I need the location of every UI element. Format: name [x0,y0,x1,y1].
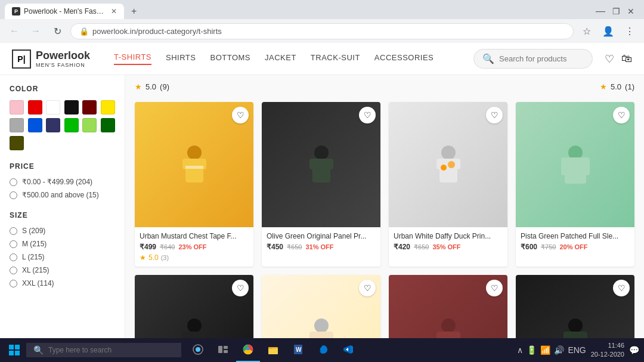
product-card-5[interactable]: ♡ Printed Casual Graphic Tee ₹350 ₹550 3… [262,275,380,338]
cart-button[interactable]: 🛍 [621,52,632,65]
wishlist-button-5[interactable]: ♡ [359,280,376,296]
price-option-1[interactable]: ₹500.00 and above (15) [10,191,115,199]
product-card-2[interactable]: ♡ Urban White Daffy Duck Prin... ₹420 ₹6… [389,102,507,267]
restore-button[interactable]: ❐ [612,7,620,16]
nav-jacket[interactable]: JACKET [265,53,296,64]
wishlist-button-6[interactable]: ♡ [486,280,503,296]
nav-accessories[interactable]: ACCESSORIES [374,53,434,64]
svg-text:W: W [296,346,302,353]
wishlist-button[interactable]: ♡ [605,52,614,66]
search-input[interactable] [499,54,584,63]
product-card-0[interactable]: ♡ Urban Mustard Chest Tape F... ₹499 ₹64… [135,102,253,267]
close-window-button[interactable]: ✕ [627,7,634,16]
product-info-2: Urban White Daffy Duck Prin... ₹420 ₹650… [389,227,507,258]
color-dark-green[interactable] [101,118,115,132]
logo-text: Powerlook MEN'S FASHION [36,49,90,68]
size-option-s[interactable]: S (209) [10,227,115,235]
price-radio-1[interactable] [10,191,17,199]
wishlist-button-2[interactable]: ♡ [486,107,503,123]
price-option-0[interactable]: ₹0.00 - ₹499.99 (204) [10,178,115,186]
menu-button[interactable]: ⋮ [621,23,638,39]
new-tab-button[interactable]: + [126,4,141,19]
color-green[interactable] [64,118,79,132]
size-label-xl: XL (215) [22,266,49,274]
size-option-xl[interactable]: XL (215) [10,266,115,274]
product-card-1[interactable]: ♡ Olive Green Original Panel Pr... ₹450 … [262,102,380,267]
search-bar[interactable]: 🔍 [473,49,593,69]
color-navy[interactable] [46,118,60,132]
taskbar-system-icons: ∧ 🔋 📶 🔊 ENG [517,345,586,355]
nav-bottoms[interactable]: BOTTOMS [210,53,250,64]
size-label-m: M (215) [22,240,47,248]
active-tab[interactable]: P Powerlook - Men's Fashion ✕ [5,4,124,19]
color-red[interactable] [28,100,42,115]
account-button[interactable]: 👤 [600,23,617,39]
taskbar-app-explorer[interactable] [261,338,285,362]
start-button[interactable] [5,341,24,360]
size-radio-xxl[interactable] [10,280,17,287]
price-original-1: ₹650 [287,243,302,251]
main-nav: T-SHIRTS SHIRTS BOTTOMS JACKET TRACK-SUI… [114,52,462,65]
wishlist-button-7[interactable]: ♡ [613,280,630,296]
color-white[interactable] [46,100,60,115]
wishlist-button-0[interactable]: ♡ [232,107,249,123]
address-bar[interactable]: 🔒 powerlook.in/product-category/t-shirts [70,23,574,39]
product-card-6[interactable]: ♡ Brick Red Slim Fit Shirt ₹420 ₹600 30%… [389,275,507,338]
minimize-button[interactable]: — [596,6,605,17]
taskbar-app-taskview[interactable] [211,338,235,362]
back-button[interactable]: ← [6,23,23,39]
nav-tshirts[interactable]: T-SHIRTS [114,52,151,65]
tab-close-button[interactable]: ✕ [111,7,117,16]
color-pink[interactable] [10,100,24,115]
taskbar-notification-icon[interactable]: 💬 [629,345,639,355]
product-card-3[interactable]: ♡ Pista Green Patched Full Sle... ₹600 ₹… [516,102,634,267]
svg-rect-34 [581,332,587,338]
product-card-7[interactable]: ♡ Dark Olive Casual T-Shirt ₹380 ₹550 31… [516,275,634,338]
size-option-l[interactable]: L (215) [10,253,115,261]
color-blue[interactable] [28,118,42,132]
taskbar-app-vscode[interactable] [336,338,360,362]
nav-tracksuit[interactable]: TRACK-SUIT [311,53,360,64]
wishlist-button-1[interactable]: ♡ [359,107,376,123]
logo[interactable]: P| Powerlook MEN'S FASHION [12,49,90,69]
taskbar-app-chrome[interactable] [236,338,260,362]
size-option-xxl[interactable]: XXL (114) [10,279,115,287]
color-black[interactable] [64,100,79,115]
taskbar-up-arrow[interactable]: ∧ [517,345,523,355]
rating-value-left: 5.0 [145,82,156,91]
nav-shirts[interactable]: SHIRTS [166,53,196,64]
size-option-m[interactable]: M (215) [10,240,115,248]
color-light-green[interactable] [82,118,97,132]
price-radio-0[interactable] [10,178,17,186]
forward-button[interactable]: → [27,23,44,39]
taskbar-apps: W [186,338,360,362]
taskbar-app-edge[interactable] [311,338,335,362]
taskbar-search-input[interactable] [48,346,174,354]
taskbar-search-box[interactable]: 🔍 [26,343,181,357]
color-maroon[interactable] [82,100,97,115]
color-grid [10,100,115,150]
refresh-button[interactable]: ↻ [49,23,66,39]
header-icons: ♡ 🛍 [605,52,632,66]
price-current-1: ₹450 [267,243,283,251]
size-radio-s[interactable] [10,227,17,235]
svg-rect-47 [268,348,278,354]
svg-point-14 [448,161,455,168]
size-label-xxl: XXL (114) [22,279,54,287]
taskbar-app-word[interactable]: W [286,338,310,362]
bookmark-button[interactable]: ☆ [578,23,595,39]
taskbar-app-cortana[interactable] [186,338,210,362]
size-radio-l[interactable] [10,253,17,261]
color-olive[interactable] [10,136,24,150]
size-label-l: L (215) [22,253,45,261]
color-gray[interactable] [10,118,24,132]
size-radio-m[interactable] [10,240,17,248]
star-icon-right: ★ [600,82,607,91]
color-yellow[interactable] [101,100,115,115]
wishlist-button-3[interactable]: ♡ [613,107,630,123]
price-current-3: ₹600 [521,243,537,251]
product-info-3: Pista Green Patched Full Sle... ₹600 ₹75… [516,227,634,258]
size-radio-xl[interactable] [10,267,17,274]
product-card-4[interactable]: ♡ Black Slim Fit Casual Shirt ₹499 ₹640 … [135,275,253,338]
wishlist-button-4[interactable]: ♡ [232,280,249,296]
